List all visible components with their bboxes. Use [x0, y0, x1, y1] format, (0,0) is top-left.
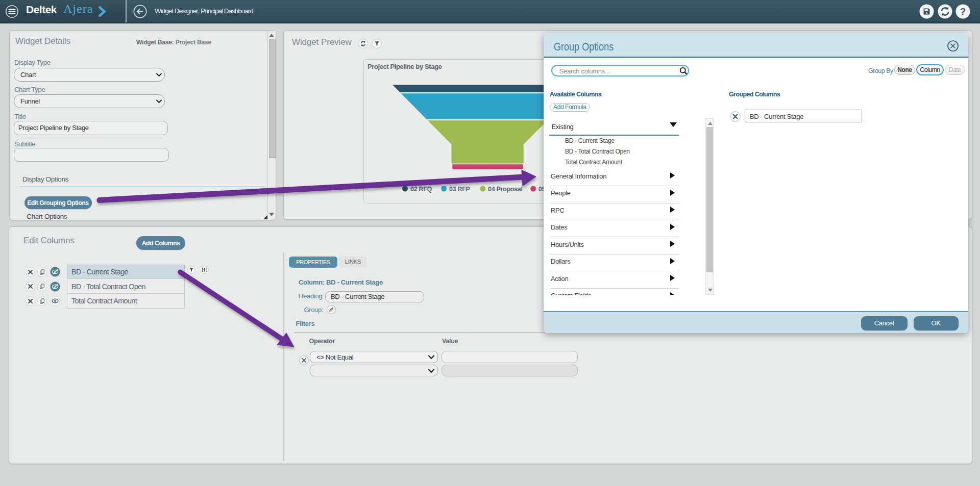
svg-text:04 Proposal: 04 Proposal [488, 186, 523, 193]
svg-text:02 RFQ: 02 RFQ [410, 186, 432, 193]
svg-text:?: ? [960, 7, 966, 17]
svg-text:03 RFP: 03 RFP [449, 186, 470, 193]
